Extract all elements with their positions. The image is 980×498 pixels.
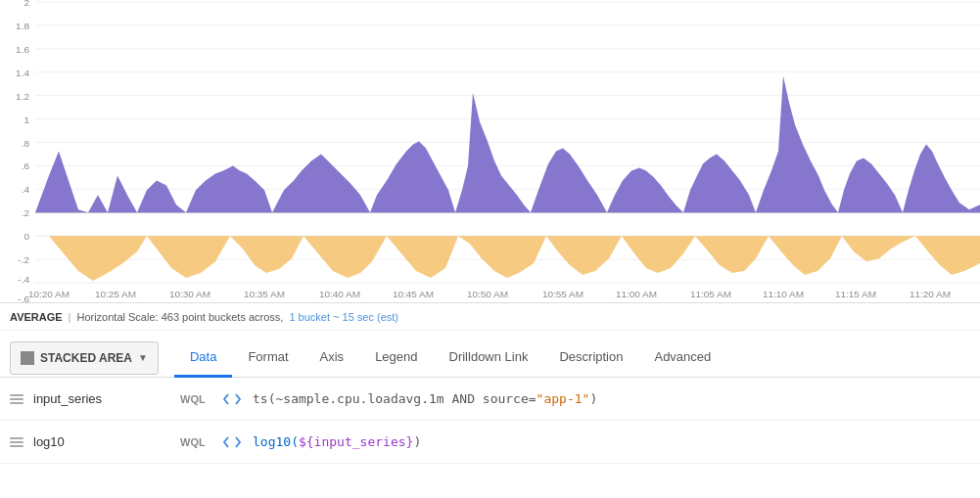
chart-type-label: STACKED AREA [40, 351, 132, 365]
tab-drilldown[interactable]: Drilldown Link [434, 339, 544, 378]
svg-text:.2: .2 [22, 207, 30, 218]
series-type-2: WQL [180, 436, 215, 448]
svg-text:10:35 AM: 10:35 AM [244, 289, 285, 299]
svg-text:11:15 AM: 11:15 AM [835, 289, 876, 299]
svg-text:10:40 AM: 10:40 AM [319, 289, 360, 299]
tab-data[interactable]: Data [174, 339, 232, 378]
chart-svg: 2 1.8 1.6 1.4 1.2 1 .8 .6 .4 .2 0 -.2 -.… [0, 0, 980, 302]
code-toggle-1[interactable] [223, 392, 241, 406]
series-name-2: log10 [33, 434, 180, 449]
series-type-1: WQL [180, 393, 215, 405]
svg-text:11:05 AM: 11:05 AM [690, 289, 731, 299]
svg-text:1.8: 1.8 [16, 21, 29, 31]
series-expression-2: log10(${input_series}) [253, 434, 421, 449]
svg-text:10:45 AM: 10:45 AM [393, 289, 434, 299]
svg-text:0: 0 [23, 231, 29, 242]
svg-text:.4: .4 [22, 184, 30, 195]
meta-divider: | [69, 311, 71, 323]
series-name-1: input_series [33, 391, 180, 406]
tabs-bar: STACKED AREA ▼ Data Format Axis Legend D… [0, 331, 980, 378]
svg-text:.6: .6 [22, 160, 30, 171]
svg-text:1.6: 1.6 [16, 44, 29, 55]
svg-text:11:10 AM: 11:10 AM [763, 289, 804, 299]
svg-text:1: 1 [23, 114, 29, 125]
drag-handle-2[interactable] [10, 437, 23, 447]
drag-handle-1[interactable] [10, 394, 23, 404]
svg-text:11:20 AM: 11:20 AM [910, 289, 951, 299]
bucket-link[interactable]: 1 bucket ~ 15 sec (est) [289, 311, 398, 323]
svg-text:11:00 AM: 11:00 AM [616, 289, 657, 299]
svg-text:.8: .8 [22, 138, 30, 149]
tab-axis[interactable]: Axis [304, 339, 360, 378]
series-row-1: input_series WQL ts(~sample.cpu.loadavg.… [0, 378, 980, 421]
series-expression-1: ts(~sample.cpu.loadavg.1m AND source="ap… [253, 391, 597, 406]
svg-text:-.2: -.2 [18, 254, 29, 265]
svg-text:1.2: 1.2 [16, 91, 29, 102]
chart-type-button[interactable]: STACKED AREA ▼ [10, 341, 159, 375]
chart-area: 2 1.8 1.6 1.4 1.2 1 .8 .6 .4 .2 0 -.2 -.… [0, 0, 980, 303]
code-toggle-2[interactable] [223, 435, 241, 449]
chart-meta: AVERAGE | Horizontal Scale: 463 point bu… [0, 303, 980, 331]
svg-text:2: 2 [23, 0, 29, 8]
tab-advanced[interactable]: Advanced [638, 339, 726, 378]
tab-description[interactable]: Description [543, 339, 638, 378]
svg-text:10:30 AM: 10:30 AM [169, 289, 210, 299]
series-row-2: log10 WQL log10(${input_series}) [0, 421, 980, 464]
svg-text:-.4: -.4 [18, 274, 29, 285]
avg-label: AVERAGE [10, 311, 63, 323]
svg-text:1.4: 1.4 [16, 68, 29, 78]
chevron-down-icon: ▼ [138, 352, 148, 363]
chart-type-icon [21, 351, 34, 365]
data-rows: input_series WQL ts(~sample.cpu.loadavg.… [0, 378, 980, 464]
svg-text:10:50 AM: 10:50 AM [467, 289, 508, 299]
svg-text:10:55 AM: 10:55 AM [542, 289, 583, 299]
scale-text: Horizontal Scale: 463 point buckets acro… [76, 311, 283, 323]
tab-legend[interactable]: Legend [359, 339, 433, 378]
svg-text:10:20 AM: 10:20 AM [28, 289, 70, 299]
svg-text:10:25 AM: 10:25 AM [95, 289, 136, 299]
tab-format[interactable]: Format [232, 339, 303, 378]
